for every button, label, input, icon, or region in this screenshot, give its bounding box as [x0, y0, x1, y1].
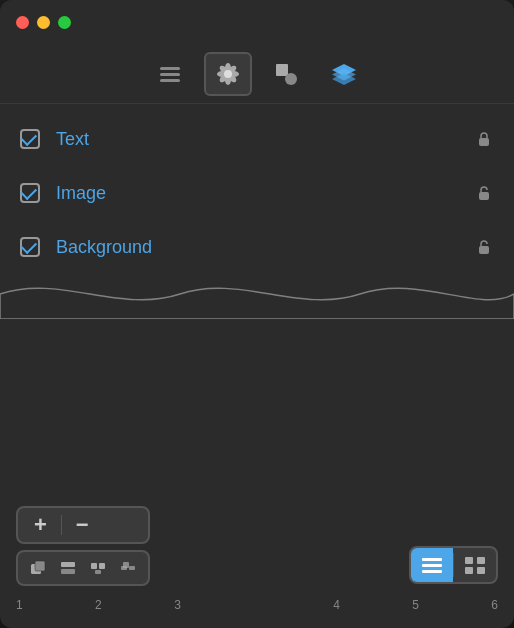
- svg-rect-31: [422, 564, 442, 567]
- svg-rect-32: [422, 570, 442, 573]
- svg-rect-36: [477, 567, 485, 574]
- effects-button[interactable]: [204, 52, 252, 96]
- image-layer-checkbox[interactable]: [20, 183, 40, 203]
- list-view-button[interactable]: [146, 52, 194, 96]
- svg-rect-30: [422, 558, 442, 561]
- image-layer-item[interactable]: Image: [0, 166, 514, 220]
- remove-layer-button[interactable]: −: [72, 514, 93, 536]
- layer-ops-group: [16, 550, 150, 586]
- image-layer-name: Image: [56, 183, 474, 204]
- merge-layer-button[interactable]: [56, 557, 80, 579]
- svg-rect-25: [99, 563, 105, 569]
- svg-rect-2: [160, 79, 180, 82]
- background-layer-lock[interactable]: [474, 237, 494, 257]
- layers-panel: Text Image Background: [0, 104, 514, 628]
- ungroup-layers-button[interactable]: [116, 557, 140, 579]
- text-layer-lock[interactable]: [474, 129, 494, 149]
- svg-rect-24: [91, 563, 97, 569]
- svg-rect-21: [35, 561, 45, 571]
- svg-rect-33: [465, 557, 473, 564]
- text-layer-item[interactable]: Text: [0, 112, 514, 166]
- num-label-2: 2: [95, 598, 102, 612]
- maximize-button[interactable]: [58, 16, 71, 29]
- num-label-5: 5: [412, 598, 419, 612]
- bottom-right-controls: [409, 546, 498, 586]
- svg-rect-26: [95, 570, 101, 574]
- close-button[interactable]: [16, 16, 29, 29]
- view-toggle-group: [409, 546, 498, 584]
- svg-rect-19: [479, 246, 489, 254]
- wave-separator: [0, 274, 514, 314]
- bottom-left-controls: + −: [16, 506, 150, 586]
- svg-point-11: [224, 70, 232, 78]
- num-label-1: 1: [16, 598, 23, 612]
- svg-rect-35: [465, 567, 473, 574]
- svg-point-13: [285, 73, 297, 85]
- title-bar: [0, 0, 514, 44]
- number-labels: 1 2 3 4 5 6: [0, 596, 514, 620]
- layers-button[interactable]: [320, 52, 368, 96]
- background-layer-name: Background: [56, 237, 474, 258]
- bottom-toolbar: + −: [0, 496, 514, 596]
- svg-rect-12: [276, 64, 288, 76]
- svg-rect-18: [479, 192, 489, 200]
- svg-rect-22: [61, 562, 75, 567]
- list-view-toggle-button[interactable]: [411, 548, 453, 582]
- svg-rect-23: [61, 569, 75, 574]
- num-label-3: 3: [174, 598, 181, 612]
- svg-rect-17: [479, 138, 489, 146]
- image-layer-lock[interactable]: [474, 183, 494, 203]
- text-layer-checkbox[interactable]: [20, 129, 40, 149]
- duplicate-layer-button[interactable]: [26, 557, 50, 579]
- add-remove-group: + −: [16, 506, 150, 544]
- num-label-4: 4: [333, 598, 340, 612]
- background-layer-item[interactable]: Background: [0, 220, 514, 274]
- background-layer-checkbox[interactable]: [20, 237, 40, 257]
- shapes-button[interactable]: [262, 52, 310, 96]
- svg-rect-34: [477, 557, 485, 564]
- svg-rect-29: [129, 566, 135, 570]
- add-remove-divider: [61, 515, 62, 535]
- num-label-6: 6: [491, 598, 498, 612]
- svg-rect-0: [160, 67, 180, 70]
- app-window: Text Image Background: [0, 0, 514, 628]
- minimize-button[interactable]: [37, 16, 50, 29]
- text-layer-name: Text: [56, 129, 474, 150]
- grid-view-toggle-button[interactable]: [454, 548, 496, 582]
- svg-rect-1: [160, 73, 180, 76]
- group-layers-button[interactable]: [86, 557, 110, 579]
- add-layer-button[interactable]: +: [30, 514, 51, 536]
- main-toolbar: [0, 44, 514, 104]
- svg-rect-28: [123, 562, 129, 568]
